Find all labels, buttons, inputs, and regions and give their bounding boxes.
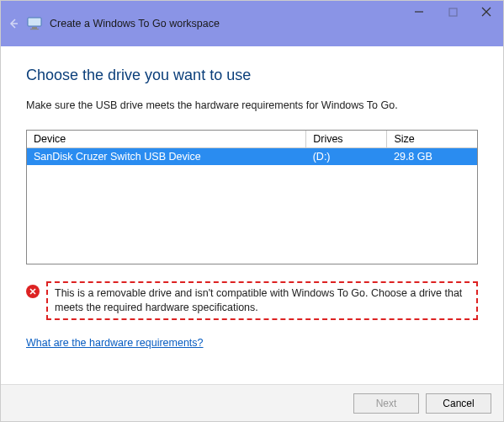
titlebar-left: Create a Windows To Go workspace <box>1 15 220 32</box>
content-area: Choose the drive you want to use Make su… <box>1 46 503 384</box>
cell-device: SanDisk Cruzer Switch USB Device <box>27 148 306 166</box>
page-subtext: Make sure the USB drive meets the hardwa… <box>26 99 478 111</box>
svg-rect-1 <box>28 18 41 26</box>
warning-text: This is a removable drive and isn't comp… <box>46 281 478 320</box>
page-heading: Choose the drive you want to use <box>26 67 478 84</box>
col-header-drives[interactable]: Drives <box>306 131 387 148</box>
table-row[interactable]: SanDisk Cruzer Switch USB Device (D:) 29… <box>27 148 477 166</box>
svg-rect-2 <box>32 27 37 29</box>
table-header-row: Device Drives Size <box>27 131 477 148</box>
hardware-requirements-link[interactable]: What are the hardware requirements? <box>26 337 478 349</box>
warning-row: This is a removable drive and isn't comp… <box>26 281 478 320</box>
back-arrow-icon[interactable] <box>6 16 21 31</box>
col-header-device[interactable]: Device <box>27 131 306 148</box>
footer: Next Cancel <box>1 384 503 421</box>
titlebar: Create a Windows To Go workspace <box>1 1 503 46</box>
cancel-button[interactable]: Cancel <box>426 393 491 414</box>
cell-drives: (D:) <box>306 148 387 166</box>
minimize-button[interactable] <box>402 1 436 23</box>
maximize-button[interactable] <box>436 1 470 23</box>
cell-size: 29.8 GB <box>387 148 477 166</box>
window-title: Create a Windows To Go workspace <box>50 18 220 29</box>
svg-rect-3 <box>30 29 39 29</box>
error-icon <box>26 285 40 298</box>
close-button[interactable] <box>470 1 503 23</box>
wizard-window: Create a Windows To Go workspace Choose … <box>0 0 504 422</box>
drive-table[interactable]: Device Drives Size SanDisk Cruzer Switch… <box>26 130 478 264</box>
next-button: Next <box>353 393 419 414</box>
svg-rect-5 <box>449 8 457 16</box>
monitor-icon <box>26 15 43 32</box>
window-controls <box>402 1 503 23</box>
col-header-size[interactable]: Size <box>387 131 477 148</box>
